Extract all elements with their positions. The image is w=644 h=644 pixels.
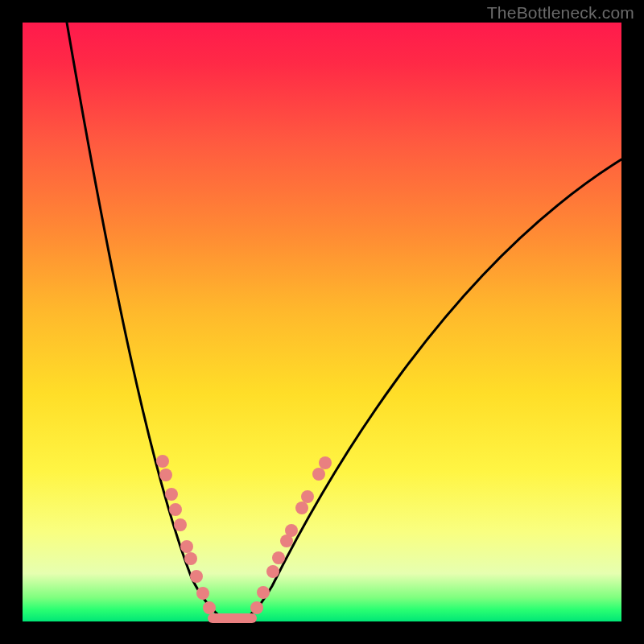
marker-dot bbox=[203, 601, 216, 614]
chart-svg bbox=[23, 23, 621, 621]
marker-dot bbox=[295, 502, 308, 514]
marker-dot bbox=[169, 503, 182, 516]
marker-dot bbox=[190, 570, 203, 583]
marker-dot bbox=[319, 456, 332, 469]
marker-dot bbox=[174, 518, 187, 531]
watermark-text: TheBottleneck.com bbox=[487, 3, 634, 23]
marker-dot bbox=[165, 488, 178, 501]
markers-left-group bbox=[156, 455, 216, 614]
chart-frame bbox=[23, 23, 621, 621]
marker-dot bbox=[250, 601, 263, 614]
marker-dot bbox=[266, 565, 279, 578]
marker-dot bbox=[312, 468, 325, 481]
marker-dot bbox=[301, 490, 314, 503]
marker-dot bbox=[272, 551, 285, 564]
marker-dot bbox=[180, 540, 193, 553]
marker-dot bbox=[184, 552, 197, 565]
marker-dot bbox=[159, 469, 172, 481]
bottleneck-curve bbox=[67, 23, 621, 621]
marker-dot bbox=[156, 455, 169, 468]
marker-dot bbox=[196, 587, 209, 600]
marker-dot bbox=[285, 524, 298, 537]
marker-dot bbox=[257, 586, 270, 599]
markers-right-group bbox=[250, 456, 332, 614]
